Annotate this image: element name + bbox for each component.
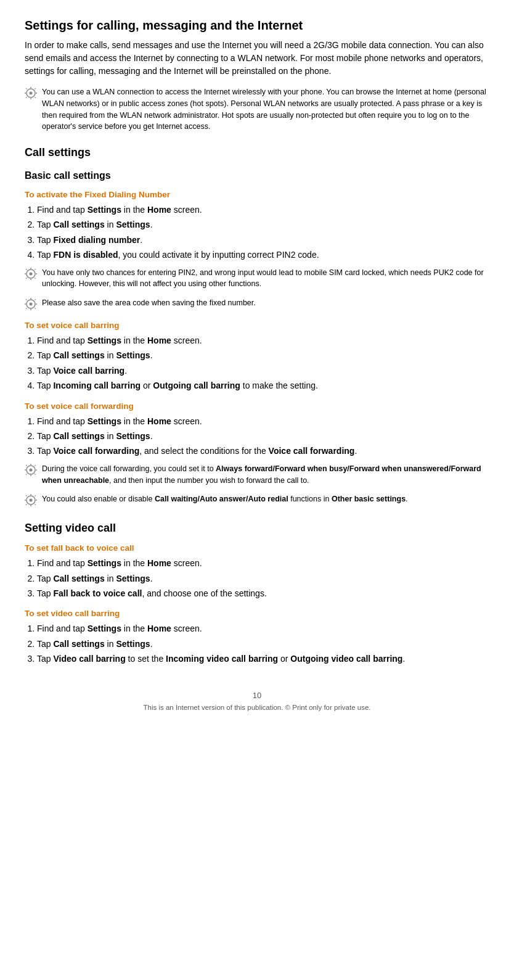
svg-line-16 [26, 269, 27, 270]
step-item: Tap Video call barring to set the Incomi… [37, 652, 489, 665]
svg-line-37 [35, 465, 36, 466]
page-number: 10 [25, 691, 489, 700]
step-item: Find and tap Settings in the Home screen… [37, 334, 489, 347]
svg-line-26 [26, 299, 27, 300]
voice-barring-steps: Find and tap Settings in the Home screen… [37, 334, 489, 393]
tip-text-3: Please also save the area code when savi… [42, 297, 256, 309]
tip-box-4: During the voice call forwarding, you co… [25, 463, 489, 487]
svg-point-45 [30, 499, 33, 502]
step-item: Tap Call settings in Settings. [37, 218, 489, 231]
tip-text-4: During the voice call forwarding, you co… [42, 463, 489, 487]
svg-line-47 [35, 495, 36, 496]
step-item: Find and tap Settings in the Home screen… [37, 414, 489, 428]
step-item: Tap Incoming call barring or Outgoing ca… [37, 379, 489, 392]
svg-line-7 [35, 88, 36, 89]
svg-line-48 [26, 504, 27, 505]
step-item: Tap Call settings in Settings. [37, 348, 489, 362]
tip-box-5: You could also enable or disable Call wa… [25, 493, 489, 508]
svg-point-35 [30, 468, 33, 471]
fallback-steps: Find and tap Settings in the Home screen… [37, 556, 489, 600]
tip-box-2: You have only two chances for entering P… [25, 267, 489, 290]
svg-line-6 [26, 88, 27, 89]
tip-box-1: You can use a WLAN connection to access … [25, 86, 489, 133]
tip-icon-2 [25, 268, 42, 282]
activate-fdn-heading: To activate the Fixed Dialing Number [25, 190, 489, 199]
step-item: Tap Call settings in Settings. [37, 637, 489, 651]
tip-icon-3 [25, 298, 42, 312]
intro-paragraph: In order to make calls, send messages an… [25, 39, 489, 78]
tip-box-3: Please also save the area code when savi… [25, 297, 489, 312]
footer-note: This is an Internet version of this publ… [25, 704, 489, 711]
tip-icon-4 [25, 464, 42, 478]
tip-icon-1 [25, 87, 42, 101]
basic-call-settings-heading: Basic call settings [25, 170, 489, 181]
tip-text-5: You could also enable or disable Call wa… [42, 493, 408, 505]
activate-fdn-steps: Find and tap Settings in the Home screen… [37, 203, 489, 262]
svg-line-9 [35, 97, 36, 98]
svg-line-27 [35, 299, 36, 300]
step-item: Tap FDN is disabled, you could activate … [37, 248, 489, 261]
step-item: Tap Voice call forwarding, and select th… [37, 444, 489, 458]
voice-forwarding-heading: To set voice call forwarding [25, 401, 489, 411]
page-footer: 10 This is an Internet version of this p… [25, 691, 489, 711]
step-item: Tap Call settings in Settings. [37, 429, 489, 443]
video-barring-steps: Find and tap Settings in the Home screen… [37, 622, 489, 665]
call-settings-heading: Call settings [25, 146, 489, 159]
video-barring-heading: To set video call barring [25, 609, 489, 618]
tip-text-2: You have only two chances for entering P… [42, 267, 489, 290]
svg-line-29 [35, 308, 36, 309]
step-item: Tap Fall back to voice call, and choose … [37, 587, 489, 600]
fallback-heading: To set fall back to voice call [25, 543, 489, 553]
svg-line-46 [26, 495, 27, 496]
svg-point-5 [30, 92, 33, 95]
tip-text-1: You can use a WLAN connection to access … [42, 86, 489, 133]
svg-line-49 [35, 504, 36, 505]
svg-point-15 [30, 272, 33, 275]
svg-line-38 [26, 474, 27, 474]
step-item: Tap Call settings in Settings. [37, 572, 489, 585]
page-title: Settings for calling, messaging and the … [25, 19, 489, 33]
svg-line-36 [26, 465, 27, 466]
step-item: Find and tap Settings in the Home screen… [37, 622, 489, 635]
step-item: Tap Fixed dialing number. [37, 233, 489, 247]
svg-line-17 [35, 269, 36, 270]
svg-line-39 [35, 474, 36, 474]
step-item: Tap Voice call barring. [37, 364, 489, 377]
svg-line-19 [35, 278, 36, 278]
svg-line-8 [26, 97, 27, 98]
voice-forwarding-steps: Find and tap Settings in the Home screen… [37, 414, 489, 458]
tip-icon-5 [25, 494, 42, 508]
voice-barring-heading: To set voice call barring [25, 321, 489, 330]
svg-line-18 [26, 278, 27, 278]
video-call-heading: Setting video call [25, 522, 489, 535]
svg-point-25 [30, 303, 33, 306]
step-item: Find and tap Settings in the Home screen… [37, 556, 489, 570]
svg-line-28 [26, 308, 27, 309]
step-item: Find and tap Settings in the Home screen… [37, 203, 489, 216]
